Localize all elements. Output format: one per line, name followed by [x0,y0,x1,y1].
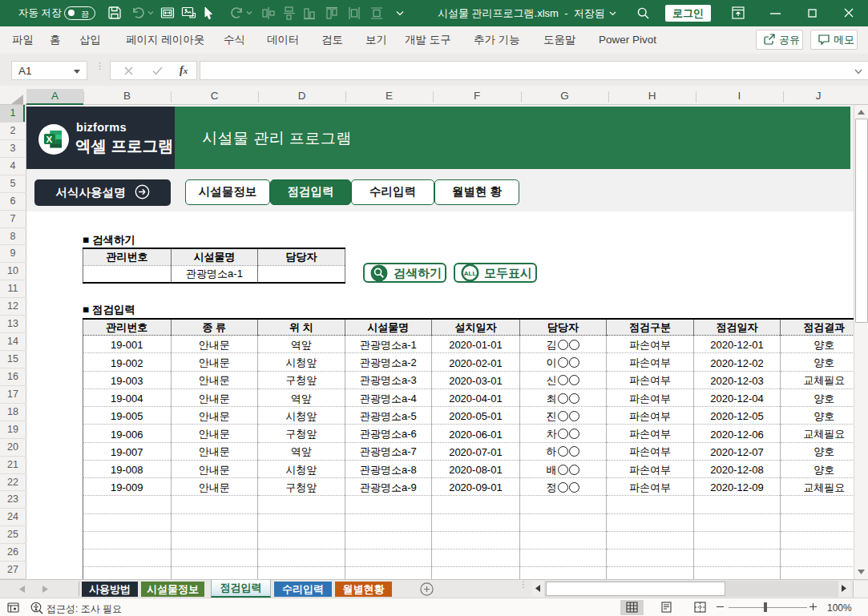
svg-text:X: X [46,135,52,144]
svg-text:ALL: ALL [464,270,477,277]
